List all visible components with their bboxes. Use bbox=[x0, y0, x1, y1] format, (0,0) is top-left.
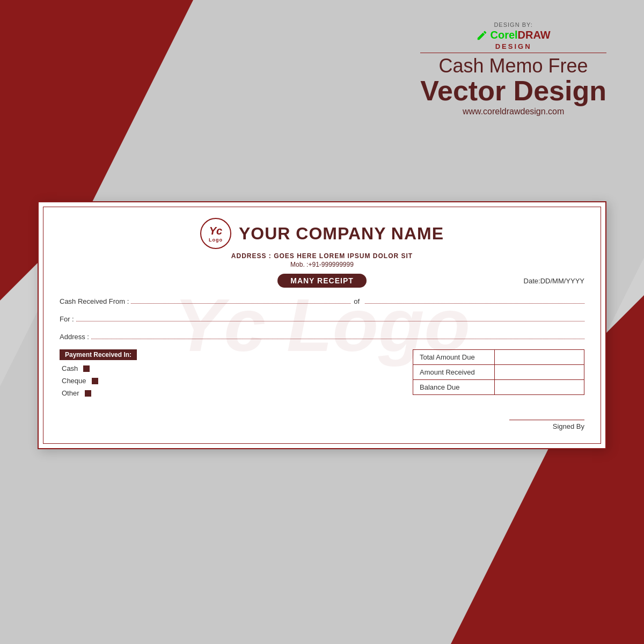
for-label: For : bbox=[60, 315, 74, 323]
payment-option-cash: Cash bbox=[62, 364, 137, 372]
cash-received-line: Cash Received From : of bbox=[60, 296, 584, 305]
table-row-total: Total Amount Due bbox=[413, 350, 584, 365]
address-line: Address : bbox=[60, 332, 584, 341]
branding-section: DESIGN BY: CorelDRAW DESIGN Cash Memo Fr… bbox=[420, 21, 606, 116]
signed-by-label: Signed By bbox=[553, 422, 584, 430]
amount-received-label: Amount Received bbox=[413, 365, 495, 380]
table-row-received: Amount Received bbox=[413, 365, 584, 380]
date-label: Date:DD/MM/YYYY bbox=[367, 277, 584, 285]
cash-label: Cash bbox=[62, 364, 78, 372]
payment-options-list: Cash Cheque Other bbox=[60, 364, 137, 397]
cheque-label: Cheque bbox=[62, 377, 86, 385]
signed-line bbox=[509, 420, 584, 420]
bottom-section: Payment Received In: Cash Cheque Other bbox=[60, 349, 584, 430]
website-url: www.coreldrawdesign.com bbox=[420, 107, 606, 116]
company-address: ADDRESS : GOES HERE LOREM IPSUM DOLOR SI… bbox=[231, 252, 413, 260]
receipt-type-badge: MANY RECEIPT bbox=[277, 274, 367, 288]
other-checkbox[interactable] bbox=[85, 390, 91, 397]
right-bottom-group: Total Amount Due Amount Received Balance… bbox=[413, 349, 584, 430]
corel-part: Corel bbox=[490, 29, 517, 41]
logo-inner-text: Yc Logo bbox=[209, 224, 223, 243]
total-amount-due-label: Total Amount Due bbox=[413, 350, 495, 365]
design-sub-label: DESIGN bbox=[420, 42, 606, 50]
of-dots bbox=[365, 296, 584, 304]
logo-text: Logo bbox=[209, 237, 223, 243]
company-name: YOUR COMPANY NAME bbox=[239, 224, 444, 244]
cash-memo-title: Cash Memo Free bbox=[420, 55, 606, 77]
receipt-header: Yc Logo YOUR COMPANY NAME ADDRESS : GOES… bbox=[60, 218, 584, 288]
balance-due-value bbox=[495, 380, 584, 395]
logo-divider bbox=[420, 53, 606, 53]
company-logo-circle: Yc Logo bbox=[200, 218, 231, 249]
draw-part: DRAW bbox=[518, 29, 551, 41]
of-label: of bbox=[354, 297, 360, 305]
other-label: Other bbox=[62, 389, 79, 397]
address-dots bbox=[91, 332, 584, 339]
payment-option-other: Other bbox=[62, 389, 137, 397]
signed-section: Signed By bbox=[509, 404, 584, 430]
pencil-icon bbox=[476, 30, 488, 41]
address-label: Address : bbox=[60, 333, 89, 341]
company-header-row: Yc Logo YOUR COMPANY NAME bbox=[200, 218, 444, 249]
for-dots bbox=[76, 314, 584, 321]
form-section: Cash Received From : of For : Address : bbox=[60, 296, 584, 341]
receipt-title-row: MANY RECEIPT Date:DD/MM/YYYY bbox=[60, 274, 584, 288]
cash-checkbox[interactable] bbox=[83, 365, 90, 372]
balance-due-label: Balance Due bbox=[413, 380, 495, 395]
table-row-balance: Balance Due bbox=[413, 380, 584, 395]
cash-received-label: Cash Received From : bbox=[60, 297, 129, 305]
amount-received-value bbox=[495, 365, 584, 380]
design-by-label: DESIGN BY: bbox=[420, 21, 606, 28]
total-amount-due-value bbox=[495, 350, 584, 365]
payment-section: Payment Received In: Cash Cheque Other bbox=[60, 349, 137, 401]
cash-received-dots bbox=[131, 296, 350, 304]
amount-table: Total Amount Due Amount Received Balance… bbox=[413, 349, 584, 395]
payment-received-label: Payment Received In: bbox=[60, 349, 137, 360]
payment-option-cheque: Cheque bbox=[62, 377, 137, 385]
cheque-checkbox[interactable] bbox=[92, 378, 98, 384]
for-line: For : bbox=[60, 314, 584, 323]
vector-design-title: Vector Design bbox=[420, 77, 606, 105]
logo-yc: Yc bbox=[209, 224, 223, 237]
receipt-card: Yc Logo Yc Logo YOUR COMPANY NAME ADDRES… bbox=[38, 201, 606, 449]
company-mobile: Mob. :+91-999999999 bbox=[290, 261, 354, 268]
receipt-inner: Yc Logo Yc Logo YOUR COMPANY NAME ADDRES… bbox=[43, 207, 601, 444]
coreldraw-logo: CorelDRAW bbox=[420, 29, 606, 41]
